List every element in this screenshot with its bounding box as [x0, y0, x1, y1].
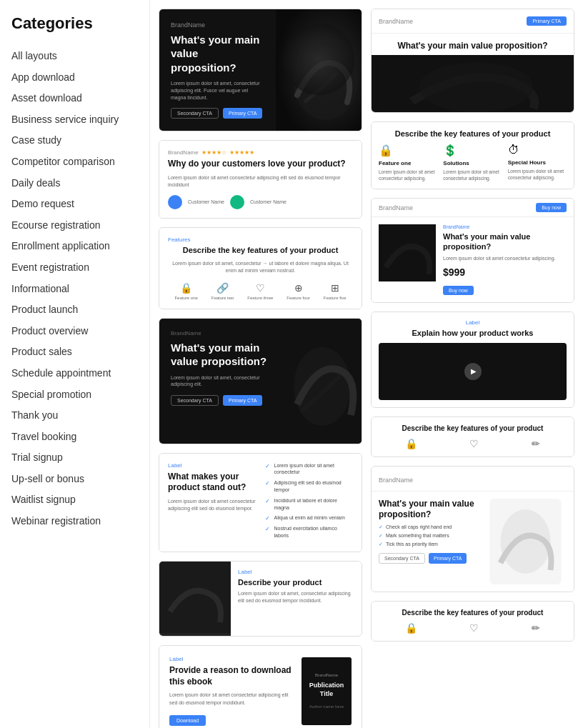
product-price-image — [379, 224, 436, 281]
standout-checklist: ✓Lorem ipsum dolor sit amet consectetur✓… — [265, 462, 354, 543]
right-column: BrandName Primary CTA What's your main v… — [371, 9, 574, 728]
template-card-dark-product[interactable]: BrandName What's your main value proposi… — [159, 318, 362, 444]
sidebar-item-asset-download[interactable]: Asset download — [11, 88, 138, 109]
video-thumbnail[interactable]: ▶ — [379, 343, 567, 400]
template-card-describe-product[interactable]: Label Describe your product Lorem ipsum … — [159, 561, 362, 637]
sidebar-item-business-service-inquiry[interactable]: Business service inquiry — [11, 109, 138, 131]
template-card-right-features[interactable]: Describe the key features of your produc… — [371, 121, 574, 189]
template-card-dark-hero[interactable]: BrandName What's your main value proposi… — [159, 9, 362, 131]
secondary-cta[interactable]: Secondary CTA — [171, 108, 219, 119]
sidebar-item-app-download[interactable]: App download — [11, 67, 138, 89]
download-button[interactable]: Download — [169, 715, 206, 726]
feature-icon: 🔒 — [180, 282, 192, 294]
sidebar-item-ecourse-registration[interactable]: Ecourse registration — [11, 215, 138, 236]
feature-label: Feature five — [324, 296, 347, 300]
sidebar-item-case-study[interactable]: Case study — [11, 130, 138, 151]
icon-shape: 🔒 — [405, 438, 417, 449]
pp-brand-header: BrandName — [379, 204, 413, 211]
checklist-item: ✓Nostrud exercitation ullamco laboris — [265, 525, 354, 539]
rp-primary-btn[interactable]: Primary CTA — [429, 553, 467, 564]
feature-icon-item: 🔗Feature two — [211, 282, 234, 300]
reviewer-2: Customer Name — [250, 199, 286, 204]
check-text: Tick this as priority item — [386, 542, 438, 547]
feature-col: 💲 Solutions Lorem ipsum dolor sit amet c… — [443, 144, 502, 181]
check-text: Incididunt ut labore et dolore magna — [274, 497, 354, 512]
rfb-icon: 🔒 — [405, 622, 417, 634]
rfb-icon: ♡ — [469, 622, 479, 634]
check-icon: ✓ — [265, 480, 270, 487]
feature-icon: ⊕ — [294, 282, 303, 294]
sidebar-item-competitor-comparison[interactable]: Competitor comparison — [11, 151, 138, 173]
hero-title-2: What's your main value proposition? — [171, 341, 271, 369]
svg-point-3 — [294, 347, 351, 426]
template-card-right-bottom-features[interactable]: Describe the key features of your produc… — [371, 601, 574, 642]
right-icons-title: Describe the key features of your produc… — [379, 424, 567, 432]
template-card-testimonials[interactable]: BrandName ★★★★☆ ★★★★★ Why do your custom… — [159, 140, 362, 219]
pp-nav-btn[interactable]: Buy now — [536, 203, 567, 212]
feature-col-title: Solutions — [443, 160, 502, 166]
pp-buy-btn[interactable]: Buy now — [443, 286, 474, 295]
sidebar-item-product-overview[interactable]: Product overview — [11, 321, 138, 342]
sidebar-item-webinar-registration[interactable]: Webinar registration — [11, 511, 138, 532]
ebook-cover: BrandName Publication Title Author name … — [302, 657, 352, 725]
checklist-item: ✓Aliqua ut enim ad minim veniam — [265, 514, 354, 522]
template-card-video[interactable]: Label Explain how your product works ▶ — [371, 311, 574, 408]
pp-title: What's your main value proposition? — [443, 231, 567, 252]
sidebar-item-schedule-appointment[interactable]: Schedule appointment — [11, 363, 138, 384]
rp-secondary-btn[interactable]: Secondary CTA — [379, 553, 425, 564]
sidebar-item-demo-request[interactable]: Demo request — [11, 194, 138, 215]
main-content: BrandName What's your main value proposi… — [150, 0, 583, 728]
check-icon: ✓ — [379, 524, 383, 530]
feature-icon: ⊞ — [331, 282, 339, 294]
feature-icon: 🔗 — [216, 282, 229, 294]
template-card-ebook[interactable]: Label Provide a reason to download this … — [159, 645, 362, 728]
sidebar-item-thank-you[interactable]: Thank you — [11, 405, 138, 427]
secondary-cta-2[interactable]: Secondary CTA — [171, 395, 219, 406]
rfb-title: Describe the key features of your produc… — [379, 609, 567, 617]
play-button[interactable]: ▶ — [464, 363, 482, 380]
sidebar-item-trial-signup[interactable]: Trial signup — [11, 447, 138, 469]
right-icons-row: 🔒♡✏ — [379, 438, 567, 449]
checklist-item: ✓Lorem ipsum dolor sit amet consectetur — [265, 462, 354, 477]
sidebar-item-up-sell-bonus[interactable]: Up-sell or bonus — [11, 469, 138, 490]
template-card-right-icons[interactable]: Describe the key features of your produc… — [371, 417, 574, 457]
sidebar-item-all-layouts[interactable]: All layouts — [11, 46, 138, 67]
sidebar-item-daily-deals[interactable]: Daily deals — [11, 173, 138, 194]
brand-name: BrandName — [171, 21, 264, 29]
feature-icon-item: ♡Feature three — [247, 282, 273, 300]
feature-label: Feature four — [286, 296, 310, 300]
primary-cta-2[interactable]: Primary CTA — [223, 395, 263, 406]
feature-col-body: Lorem ipsum dolor sit amet consectetur a… — [379, 169, 437, 181]
sidebar-item-product-sales[interactable]: Product sales — [11, 341, 138, 363]
template-card-right-product[interactable]: BrandName What's your main value proposi… — [371, 466, 574, 592]
sidebar-item-enrollment-application[interactable]: Enrollment application — [11, 236, 138, 257]
describe-label: Label — [238, 569, 354, 575]
right-hero-title: What's your main value proposition? — [379, 41, 567, 51]
template-card-standout[interactable]: Label What makes your product stand out?… — [159, 453, 362, 552]
sidebar-item-travel-booking[interactable]: Travel booking — [11, 427, 138, 448]
describe-image — [159, 562, 231, 636]
template-card-product-price[interactable]: BrandName Buy now BrandName What's your … — [371, 198, 574, 302]
sidebar-item-special-promotion[interactable]: Special promotion — [11, 384, 138, 406]
sidebar-item-product-launch[interactable]: Product launch — [11, 299, 138, 321]
avatars-row: Customer Name Customer Name — [168, 195, 353, 209]
rfb-icon: ✏ — [532, 622, 540, 634]
ebook-cover-sub: Author name here — [309, 704, 344, 709]
template-card-features[interactable]: Features Describe the key features of yo… — [159, 227, 362, 309]
feature-label: Feature three — [247, 296, 273, 300]
rfb-icon-item: ♡ — [469, 622, 479, 634]
primary-cta[interactable]: Primary CTA — [223, 108, 263, 119]
right-buy-btn[interactable]: Primary CTA — [527, 16, 567, 26]
rfb-icon-item: 🔒 — [405, 622, 417, 634]
rfb-icons: 🔒♡✏ — [379, 622, 567, 634]
rp-title: What's your main value proposition? — [379, 499, 477, 521]
feature-icon-item: ⊞Feature five — [324, 282, 347, 300]
template-card-right-hero[interactable]: BrandName Primary CTA What's your main v… — [371, 9, 574, 113]
checklist-item: ✓Incididunt ut labore et dolore magna — [265, 497, 354, 512]
check-text: Mark something that matters — [386, 533, 449, 539]
sidebar-item-informational[interactable]: Informational — [11, 279, 138, 300]
sidebar-item-event-registration[interactable]: Event registration — [11, 257, 138, 279]
sidebar-items: All layoutsApp downloadAsset downloadBus… — [11, 46, 138, 532]
standout-title: What makes your product stand out? — [168, 472, 256, 494]
sidebar-item-waitlist-signup[interactable]: Waitlist signup — [11, 489, 138, 511]
